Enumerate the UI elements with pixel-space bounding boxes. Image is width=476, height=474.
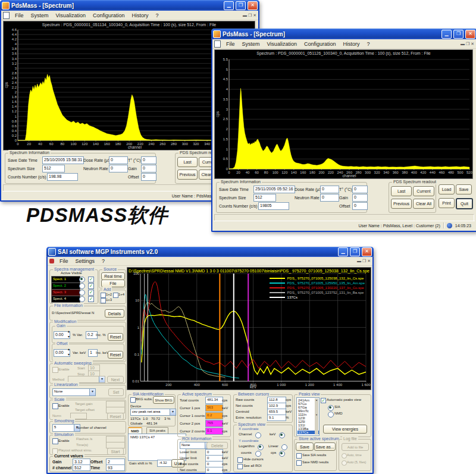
menu-help[interactable]: ? — [99, 258, 108, 264]
linear-radio[interactable] — [281, 444, 287, 450]
show-bkg-button[interactable]: Show BKG — [153, 396, 174, 404]
counts-field[interactable]: 19805 — [258, 202, 289, 210]
spectrum-4-visible-checkbox[interactable]: ✓ — [88, 296, 94, 302]
menu-file[interactable]: File — [223, 41, 238, 47]
spectrum-1-visible-checkbox[interactable]: ✓ — [88, 277, 94, 282]
offset-field[interactable]: 0 — [352, 202, 368, 210]
add-1-4-checkbox[interactable] — [113, 293, 118, 298]
temp-field[interactable]: 0 — [141, 156, 156, 164]
menu-visualization[interactable]: Visualization — [53, 12, 89, 18]
close-button[interactable]: ✕ — [248, 1, 258, 10]
save-sia-checkbox[interactable] — [296, 453, 302, 459]
menu-help[interactable]: ? — [364, 41, 372, 47]
simulation-start-button[interactable]: Start — [107, 448, 124, 455]
gain-field[interactable]: 0 — [141, 165, 156, 172]
scale-reset-button[interactable]: Reset — [107, 413, 124, 420]
gain-reset-button[interactable]: Reset — [108, 333, 123, 341]
dose-field[interactable]: 0 — [109, 156, 128, 164]
sweeping-next-button[interactable]: Next — [107, 376, 124, 383]
linearization-set-button[interactable]: Set — [108, 388, 124, 396]
mdi-controls[interactable]: ▬ ❐ ✕ — [357, 259, 371, 263]
channel-radio[interactable] — [255, 432, 261, 438]
minimize-button[interactable]: ▁ — [441, 30, 452, 39]
cps-radio[interactable] — [279, 451, 285, 457]
quit-button[interactable]: Quit — [456, 198, 473, 209]
previous-button[interactable]: Previous — [177, 169, 198, 180]
kev-radio[interactable] — [279, 432, 285, 438]
spectrum-3-active-radio[interactable] — [79, 290, 85, 296]
scale-enable-checkbox[interactable] — [52, 403, 58, 409]
clear-all-button[interactable]: Clear All — [413, 199, 434, 209]
add-1-2-checkbox[interactable] — [101, 293, 106, 298]
auto-time-radio[interactable] — [342, 453, 347, 459]
nmd-radio[interactable] — [328, 412, 334, 418]
add-1-3-checkbox[interactable] — [101, 298, 106, 303]
maximize-button[interactable]: ❐ — [453, 30, 464, 39]
menu-history[interactable]: History — [129, 12, 151, 18]
gain-spin-buttons[interactable]: ▴▾ — [68, 329, 70, 340]
offset-reset-button[interactable]: Reset — [108, 351, 123, 359]
linearization-dropdown[interactable]: None — [52, 388, 96, 396]
gain-field[interactable]: 0 — [352, 194, 368, 202]
details-button[interactable]: Details — [105, 309, 124, 318]
temp-field[interactable]: 0 — [352, 186, 368, 193]
bkg-subs-checkbox[interactable] — [130, 397, 136, 403]
store-save-button[interactable]: Save — [296, 442, 314, 451]
save-date-field[interactable]: 25/11/2005 05:52:16 — [253, 186, 295, 193]
roi-delete-button[interactable]: Delete — [206, 442, 228, 449]
minimize-button[interactable]: ▁ — [224, 1, 234, 10]
spectrum-2-active-radio[interactable] — [79, 283, 85, 289]
load-button[interactable]: Load — [439, 184, 455, 194]
offset-spin-buttons[interactable]: ▴▾ — [68, 347, 70, 357]
auto-peaks-checkbox[interactable]: ✓ — [321, 398, 326, 403]
menu-system[interactable]: System — [239, 41, 263, 47]
save-nmd-checkbox[interactable] — [296, 460, 302, 466]
last-button[interactable]: Last — [177, 157, 198, 167]
spectrum-2-visible-checkbox[interactable]: ✓ — [88, 283, 94, 289]
close-button[interactable]: ✕ — [362, 247, 372, 256]
view-energies-button[interactable]: View energies — [323, 425, 367, 434]
spectrum-3-visible-checkbox[interactable]: ✓ — [88, 290, 94, 296]
isotope-listbox[interactable]: 241Am 57Co 67Ga 99mTc 111In 123I 125I 13… — [296, 397, 320, 436]
spectrum-chart[interactable]: 00.511.522.533.544.555.50204060801001201… — [214, 49, 473, 179]
minimize-button[interactable]: ▁ — [338, 247, 348, 256]
sia-radio[interactable] — [328, 405, 334, 411]
print-button[interactable]: Print — [439, 198, 455, 208]
size-field[interactable]: 512 — [42, 165, 65, 172]
menu-settings[interactable]: Settings — [73, 258, 98, 264]
multi-spectrum-chart[interactable]: 1001010.10.012004006008001 0001 2001 400… — [127, 267, 371, 390]
menu-help[interactable]: ? — [152, 12, 161, 18]
spectrum-4-chip[interactable]: Spect. 4 — [51, 296, 80, 303]
menu-file[interactable]: File — [12, 12, 27, 18]
size-field[interactable]: 512 — [253, 194, 276, 202]
save-button[interactable]: Save — [456, 184, 472, 194]
list-scrollbar[interactable]: ▲▼ — [315, 398, 318, 435]
maximize-button[interactable]: ❐ — [350, 247, 360, 256]
simulation-enable-checkbox[interactable] — [52, 438, 58, 444]
counts-field[interactable]: 198.98 — [47, 173, 78, 181]
sweeping-enable-checkbox[interactable] — [52, 367, 58, 373]
see-all-roi-checkbox[interactable] — [237, 464, 243, 469]
dose-field[interactable]: 0 — [320, 186, 339, 193]
maximize-button[interactable]: ❐ — [236, 1, 246, 10]
auto-files-radio[interactable] — [342, 460, 347, 466]
titlebar[interactable]: PdsMass - [Spectrum] ▁ ❐ ✕ — [211, 29, 476, 39]
spectrum-4-active-radio[interactable] — [79, 296, 85, 302]
menu-history[interactable]: History — [340, 41, 362, 47]
offset-field[interactable]: 0 — [141, 173, 156, 181]
counts-radio[interactable] — [255, 451, 261, 457]
close-button[interactable]: ✕ — [465, 30, 475, 39]
menu-system[interactable]: System — [28, 12, 52, 18]
gain-shift-field[interactable]: -4.32 — [157, 460, 173, 467]
titlebar[interactable]: SAI software MGP Instruments v2.0 ▁ ❐ ✕ — [46, 247, 374, 257]
neutron-field[interactable]: 0 — [320, 194, 339, 202]
previous-button[interactable]: Previous — [391, 199, 412, 209]
mdi-controls[interactable]: ▬ ❐ ✕ — [243, 13, 256, 18]
save-date-field[interactable]: 25/10/2005 15:58:31 — [42, 156, 84, 164]
titlebar[interactable]: PdsMass - [Spectrum] ▁ ❐ ✕ — [0, 0, 259, 11]
neutron-field[interactable]: 0 — [109, 165, 128, 172]
logarithm-radio[interactable] — [258, 444, 264, 450]
add-to-file-button[interactable]: Add to file — [342, 443, 369, 451]
spectrum-1-active-radio[interactable] — [79, 277, 85, 282]
last-button[interactable]: Last — [391, 186, 412, 196]
